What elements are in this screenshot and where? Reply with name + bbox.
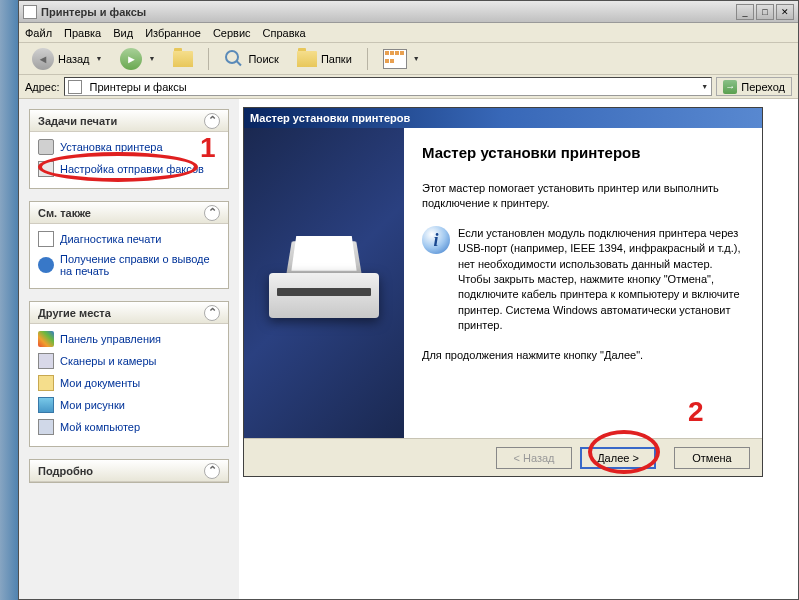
- panel-header[interactable]: Подробно ⌃: [30, 460, 228, 482]
- maximize-button[interactable]: □: [756, 4, 774, 20]
- collapse-icon[interactable]: ⌃: [204, 205, 220, 221]
- forward-icon: ►: [120, 48, 142, 70]
- wizard-continue-text: Для продолжения нажмите кнопку "Далее".: [422, 348, 744, 363]
- panel-header[interactable]: См. также ⌃: [30, 202, 228, 224]
- chevron-down-icon: ▼: [148, 55, 155, 62]
- window-icon: [23, 5, 37, 19]
- sidebar-item-label: Установка принтера: [60, 141, 163, 153]
- sidebar-item-pictures[interactable]: Мои рисунки: [38, 394, 220, 416]
- panel-see-also: См. также ⌃ Диагностика печати Получение…: [29, 201, 229, 289]
- separator: [208, 48, 209, 70]
- sidebar-item-label: Диагностика печати: [60, 233, 161, 245]
- sidebar-item-scanners[interactable]: Сканеры и камеры: [38, 350, 220, 372]
- wizard-banner: [244, 128, 404, 438]
- printer-wizard-dialog: Мастер установки принтеров Мастер устано…: [243, 107, 763, 477]
- sidebar-item-label: Мои документы: [60, 377, 140, 389]
- cancel-button[interactable]: Отмена: [674, 447, 750, 469]
- close-button[interactable]: ✕: [776, 4, 794, 20]
- documents-icon: [38, 375, 54, 391]
- search-label: Поиск: [248, 53, 278, 65]
- back-button: < Назад: [496, 447, 572, 469]
- collapse-icon[interactable]: ⌃: [204, 463, 220, 479]
- sidebar-item-fax-setup[interactable]: Настройка отправки факсов: [38, 158, 220, 180]
- panel-header[interactable]: Задачи печати ⌃: [30, 110, 228, 132]
- collapse-icon[interactable]: ⌃: [204, 113, 220, 129]
- back-icon: ◄: [32, 48, 54, 70]
- address-input[interactable]: Принтеры и факсы ▼: [64, 77, 713, 96]
- views-icon: [383, 49, 407, 69]
- menu-help[interactable]: Справка: [263, 27, 306, 39]
- fax-icon: [38, 161, 54, 177]
- menu-file[interactable]: Файл: [25, 27, 52, 39]
- toolbar: ◄ Назад ▼ ► ▼ Поиск Папки ▼: [19, 43, 798, 75]
- window-title: Принтеры и факсы: [41, 6, 736, 18]
- chevron-down-icon[interactable]: ▼: [701, 83, 708, 90]
- panel-title: См. также: [38, 207, 91, 219]
- back-button[interactable]: ◄ Назад ▼: [25, 46, 109, 72]
- menu-view[interactable]: Вид: [113, 27, 133, 39]
- forward-button[interactable]: ► ▼: [113, 46, 162, 72]
- sidebar-item-control-panel[interactable]: Панель управления: [38, 328, 220, 350]
- collapse-icon[interactable]: ⌃: [204, 305, 220, 321]
- panel-title: Задачи печати: [38, 115, 117, 127]
- wizard-intro: Этот мастер помогает установить принтер …: [422, 181, 744, 212]
- location-icon: [68, 80, 82, 94]
- explorer-window: Принтеры и факсы _ □ ✕ Файл Правка Вид И…: [18, 0, 799, 600]
- menu-edit[interactable]: Правка: [64, 27, 101, 39]
- printer-illustration: [269, 233, 379, 318]
- pictures-icon: [38, 397, 54, 413]
- sidebar-item-troubleshoot[interactable]: Диагностика печати: [38, 228, 220, 250]
- chevron-down-icon: ▼: [413, 55, 420, 62]
- printer-icon: [38, 139, 54, 155]
- panel-title: Другие места: [38, 307, 111, 319]
- views-button[interactable]: ▼: [376, 46, 427, 72]
- minimize-button[interactable]: _: [736, 4, 754, 20]
- wizard-title-text: Мастер установки принтеров: [250, 112, 410, 124]
- back-label: Назад: [58, 53, 90, 65]
- wizard-content: Мастер установки принтеров Этот мастер п…: [404, 128, 762, 438]
- folders-label: Папки: [321, 53, 352, 65]
- titlebar: Принтеры и факсы _ □ ✕: [19, 1, 798, 23]
- menu-tools[interactable]: Сервис: [213, 27, 251, 39]
- sidebar-item-label: Мои рисунки: [60, 399, 125, 411]
- sidebar-item-documents[interactable]: Мои документы: [38, 372, 220, 394]
- panel-details: Подробно ⌃: [29, 459, 229, 483]
- sidebar-item-label: Сканеры и камеры: [60, 355, 156, 367]
- address-value: Принтеры и факсы: [90, 81, 187, 93]
- mycomputer-icon: [38, 419, 54, 435]
- sidebar-item-get-help[interactable]: Получение справки о выводе на печать: [38, 250, 220, 280]
- desktop-taskbar: [0, 0, 18, 600]
- search-button[interactable]: Поиск: [217, 46, 285, 72]
- sidebar-item-label: Мой компьютер: [60, 421, 140, 433]
- wizard-footer: < Назад Далее > Отмена: [244, 438, 762, 476]
- wizard-heading: Мастер установки принтеров: [422, 144, 744, 161]
- help-icon: [38, 257, 54, 273]
- panel-other-places: Другие места ⌃ Панель управления Сканеры…: [29, 301, 229, 447]
- folders-button[interactable]: Папки: [290, 46, 359, 72]
- next-button[interactable]: Далее >: [580, 447, 656, 469]
- address-bar: Адрес: Принтеры и факсы ▼ → Переход: [19, 75, 798, 99]
- wizard-titlebar: Мастер установки принтеров: [244, 108, 762, 128]
- main-content: Мастер установки принтеров Мастер устано…: [239, 99, 798, 599]
- search-icon: [224, 49, 244, 69]
- separator: [367, 48, 368, 70]
- menu-bar: Файл Правка Вид Избранное Сервис Справка: [19, 23, 798, 43]
- panel-title: Подробно: [38, 465, 93, 477]
- sidebar-item-mycomputer[interactable]: Мой компьютер: [38, 416, 220, 438]
- panel-print-tasks: Задачи печати ⌃ Установка принтера Настр…: [29, 109, 229, 189]
- tasks-sidebar: Задачи печати ⌃ Установка принтера Настр…: [19, 99, 239, 599]
- diagnostics-icon: [38, 231, 54, 247]
- scanner-icon: [38, 353, 54, 369]
- folder-up-icon: [173, 51, 193, 67]
- go-button[interactable]: → Переход: [716, 77, 792, 96]
- go-label: Переход: [741, 81, 785, 93]
- sidebar-item-label: Настройка отправки факсов: [60, 163, 204, 175]
- up-button[interactable]: [166, 46, 200, 72]
- go-arrow-icon: →: [723, 80, 737, 94]
- folder-icon: [297, 51, 317, 67]
- sidebar-item-install-printer[interactable]: Установка принтера: [38, 136, 220, 158]
- menu-favorites[interactable]: Избранное: [145, 27, 201, 39]
- panel-header[interactable]: Другие места ⌃: [30, 302, 228, 324]
- control-panel-icon: [38, 331, 54, 347]
- sidebar-item-label: Получение справки о выводе на печать: [60, 253, 220, 277]
